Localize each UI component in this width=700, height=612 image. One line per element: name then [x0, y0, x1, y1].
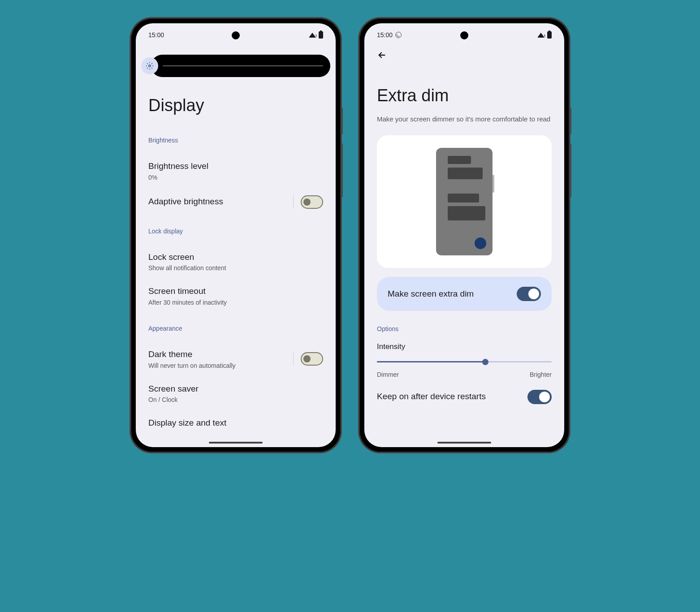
- row-screen-timeout[interactable]: Screen timeout After 30 minutes of inact…: [148, 279, 323, 313]
- intensity-min-label: Dimmer: [377, 371, 399, 378]
- svg-point-0: [149, 65, 151, 67]
- phone-screen-display: 15:00 Display Brightness Bright: [136, 23, 336, 447]
- brightness-level-value: 0%: [148, 174, 323, 181]
- row-screen-saver[interactable]: Screen saver On / Clock: [148, 376, 323, 411]
- brightness-slider[interactable]: [141, 55, 330, 77]
- dark-theme-sub: Will never turn on automatically: [148, 362, 288, 369]
- phone-screen-extra-dim: 15:00 Extra dim Make your screen dimmer …: [364, 23, 564, 447]
- dark-theme-title: Dark theme: [148, 349, 288, 360]
- adaptive-title: Adaptive brightness: [148, 196, 288, 207]
- battery-icon: [319, 31, 323, 39]
- page-subtitle: Make your screen dimmer so it's more com…: [377, 114, 552, 125]
- timeout-sub: After 30 minutes of inactivity: [148, 299, 323, 306]
- row-lock-screen[interactable]: Lock screen Show all notification conten…: [148, 245, 323, 279]
- wifi-icon: [537, 33, 544, 38]
- brightness-thumb[interactable]: [141, 57, 158, 74]
- intensity-max-label: Brighter: [530, 371, 552, 378]
- page-title: Display: [148, 96, 323, 115]
- camera-cutout: [232, 31, 240, 39]
- status-time: 15:00: [148, 31, 164, 39]
- dark-theme-toggle[interactable]: [301, 352, 323, 366]
- adaptive-toggle[interactable]: [301, 195, 323, 209]
- feature-extra-dim[interactable]: Make screen extra dim: [377, 277, 552, 311]
- screen-saver-title: Screen saver: [148, 384, 323, 395]
- arrow-back-icon: [377, 50, 387, 60]
- wifi-icon: [309, 33, 316, 38]
- back-button[interactable]: [377, 42, 552, 67]
- intensity-thumb[interactable]: [482, 359, 488, 365]
- extra-dim-toggle[interactable]: [517, 287, 541, 301]
- display-size-title: Display size and text: [148, 418, 323, 429]
- keep-on-toggle[interactable]: [527, 390, 552, 404]
- brightness-level-title: Brightness level: [148, 161, 323, 172]
- brightness-icon: [146, 62, 154, 70]
- section-appearance: Appearance: [148, 325, 323, 332]
- lock-screen-sub: Show all notification content: [148, 264, 323, 272]
- preview-card: [377, 135, 552, 268]
- page-title: Extra dim: [377, 86, 552, 105]
- section-brightness: Brightness: [148, 137, 323, 144]
- nav-indicator[interactable]: [437, 442, 491, 444]
- timeout-title: Screen timeout: [148, 286, 323, 297]
- nav-indicator[interactable]: [209, 442, 263, 444]
- row-adaptive-brightness[interactable]: Adaptive brightness: [148, 188, 323, 216]
- section-options: Options: [377, 325, 552, 332]
- timer-icon: [395, 32, 402, 38]
- phone-frame-right: 15:00 Extra dim Make your screen dimmer …: [359, 18, 570, 453]
- battery-icon: [547, 31, 552, 39]
- preview-phone-illustration: [436, 148, 493, 255]
- lock-screen-title: Lock screen: [148, 252, 323, 263]
- section-lock-display: Lock display: [148, 228, 323, 235]
- feature-title: Make screen extra dim: [388, 289, 474, 299]
- intensity-label: Intensity: [377, 342, 552, 351]
- row-keep-on-restart[interactable]: Keep on after device restarts: [377, 390, 552, 404]
- phone-frame-left: 15:00 Display Brightness Bright: [130, 18, 341, 453]
- intensity-slider[interactable]: [377, 361, 552, 363]
- screen-saver-sub: On / Clock: [148, 396, 323, 403]
- row-dark-theme[interactable]: Dark theme Will never turn on automatica…: [148, 342, 323, 376]
- status-time: 15:00: [377, 31, 393, 39]
- row-display-size[interactable]: Display size and text: [148, 410, 323, 429]
- row-brightness-level[interactable]: Brightness level 0%: [148, 154, 323, 188]
- keep-on-title: Keep on after device restarts: [377, 391, 486, 402]
- camera-cutout: [460, 31, 468, 39]
